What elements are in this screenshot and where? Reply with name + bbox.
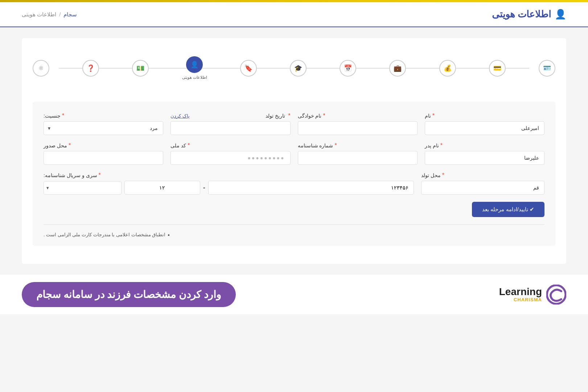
form-row-3: * محل تولد * سری و سریال شناسنامه: - xyxy=(44,172,544,195)
birthdate-required: * xyxy=(288,113,290,119)
step-circle-1: 🪪 xyxy=(539,60,555,77)
idnumber-input[interactable] xyxy=(298,151,418,165)
idnumber-label: * شماره شناسنامه xyxy=(298,142,418,149)
step-1[interactable]: 🪪 xyxy=(539,60,555,77)
serial-main-input[interactable] xyxy=(208,181,414,195)
step-circle-7: 🔖 xyxy=(240,60,257,77)
fathername-required: * xyxy=(440,142,443,149)
page-title: 👤 اطلاعات هویتی xyxy=(492,9,566,20)
step-9[interactable]: 💵 xyxy=(132,60,149,77)
step-circle-2: 💳 xyxy=(489,60,506,77)
issueplace-required: * xyxy=(69,142,71,149)
birthplace-input[interactable] xyxy=(421,181,544,195)
form-divider xyxy=(44,224,544,225)
fathername-label: * نام پدر xyxy=(425,142,544,149)
nationalcode-label: * کد ملی xyxy=(170,142,290,149)
step-8-label: اطلاعات هویتی xyxy=(182,75,207,80)
birthplace-required: * xyxy=(442,172,444,179)
lastname-group: * نام خوادگی xyxy=(298,113,418,135)
serial-num-input[interactable] xyxy=(124,181,200,195)
fathername-input[interactable] xyxy=(425,151,544,165)
birthplace-label: * محل تولد xyxy=(421,172,544,179)
breadcrumb-sep: / xyxy=(59,11,61,17)
fathername-group: * نام پدر xyxy=(425,142,544,165)
gender-select-wrapper: مرد زن xyxy=(44,121,163,135)
name-label: * نام xyxy=(425,113,544,119)
step-3[interactable]: 💰 xyxy=(439,60,456,77)
main-content: 🪪 💳 💰 💼 📅 🎓 🔖 👤 اطلاعات هویتی xyxy=(22,38,566,264)
gender-label: * جنسیت: xyxy=(44,113,163,119)
name-required: * xyxy=(432,113,435,119)
step-10[interactable]: ❓ xyxy=(82,60,99,77)
step-circle-9: 💵 xyxy=(132,60,149,77)
banner-title: وارد کردن مشخصات فرزند در سامانه سجام xyxy=(22,282,236,307)
nationalcode-required: * xyxy=(188,142,190,149)
issueplace-input[interactable] xyxy=(44,151,163,165)
gender-select[interactable]: مرد زن xyxy=(44,121,163,135)
step-2[interactable]: 💳 xyxy=(489,60,506,77)
submit-area: ✔ تایید/ادامه مرحله بعد xyxy=(44,202,544,217)
step-11[interactable]: ® xyxy=(33,60,49,77)
step-circle-5: 📅 xyxy=(340,60,356,77)
step-4[interactable]: 💼 xyxy=(389,60,406,77)
form-row-1: * نام * نام خوادگی * تاریخ تولد xyxy=(44,113,544,135)
lastname-label: * نام خوادگی xyxy=(298,113,418,119)
birthdate-input[interactable] xyxy=(170,121,290,135)
serial-group: * سری و سریال شناسنامه: - الف ب xyxy=(44,172,414,195)
bottom-banner: Learning CHARISMA وارد کردن مشخصات فرزند… xyxy=(0,275,588,314)
step-circle-11: ® xyxy=(33,60,49,77)
step-circle-3: 💰 xyxy=(439,60,456,77)
step-8-active[interactable]: 👤 اطلاعات هویتی xyxy=(182,56,207,80)
issueplace-group: * محل صدور xyxy=(44,142,163,165)
serial-inputs-row: - الف ب xyxy=(44,181,414,195)
logo-text: Learning CHARISMA xyxy=(499,287,542,302)
step-circle-4: 💼 xyxy=(389,60,406,77)
logo-area: Learning CHARISMA xyxy=(499,285,566,305)
breadcrumb: سجام / اطلاعات هویتی xyxy=(22,11,77,18)
serial-select-wrapper: الف ب xyxy=(44,181,122,195)
lastname-required: * xyxy=(323,113,325,119)
steps-container: 🪪 💳 💰 💼 📅 🎓 🔖 👤 اطلاعات هویتی xyxy=(33,49,555,87)
step-circle-6: 🎓 xyxy=(290,60,307,77)
header: 👤 اطلاعات هویتی سجام / اطلاعات هویتی xyxy=(0,2,588,27)
clear-date-link[interactable]: پاک کردن xyxy=(170,113,190,119)
idnumber-required: * xyxy=(334,142,337,149)
serial-required: * xyxy=(99,172,101,179)
name-group: * نام xyxy=(425,113,544,135)
step-7[interactable]: 🔖 xyxy=(240,60,257,77)
step-circle-8: 👤 xyxy=(186,56,203,73)
logo-learning-text: Learning xyxy=(499,287,542,297)
gender-required: * xyxy=(62,113,64,119)
serial-label: * سری و سریال شناسنامه: xyxy=(44,172,414,179)
birthdate-group: * تاریخ تولد پاک کردن xyxy=(170,113,290,135)
serial-select[interactable]: الف ب xyxy=(44,181,122,195)
serial-separator: - xyxy=(203,184,205,192)
gender-group: * جنسیت: مرد زن xyxy=(44,113,163,135)
name-input[interactable] xyxy=(425,121,544,135)
nationalcode-group: * کد ملی xyxy=(170,142,290,165)
issueplace-label: * محل صدور xyxy=(44,142,163,149)
nationalcode-input[interactable] xyxy=(170,151,290,165)
steps-row: 🪪 💳 💰 💼 📅 🎓 🔖 👤 اطلاعات هویتی xyxy=(33,56,555,80)
birthplace-group: * محل تولد xyxy=(421,172,544,195)
idnumber-group: * شماره شناسنامه xyxy=(298,142,418,165)
lastname-input[interactable] xyxy=(298,121,418,135)
birthdate-label: * تاریخ تولد پاک کردن xyxy=(170,113,290,119)
form-section: * نام * نام خوادگی * تاریخ تولد xyxy=(33,102,555,246)
logo-icon xyxy=(546,285,566,305)
step-circle-10: ❓ xyxy=(82,60,99,77)
step-5[interactable]: 📅 xyxy=(340,60,356,77)
submit-button[interactable]: ✔ تایید/ادامه مرحله بعد xyxy=(472,202,544,217)
step-6[interactable]: 🎓 xyxy=(290,60,307,77)
logo-charisma-text: CHARISMA xyxy=(499,297,542,302)
form-row-2: * نام پدر * شماره شناسنامه * کد ملی xyxy=(44,142,544,165)
person-icon: 👤 xyxy=(555,9,566,20)
form-note: انطباق مشخصات اعلامی با مندرجات کارت ملی… xyxy=(44,232,544,238)
